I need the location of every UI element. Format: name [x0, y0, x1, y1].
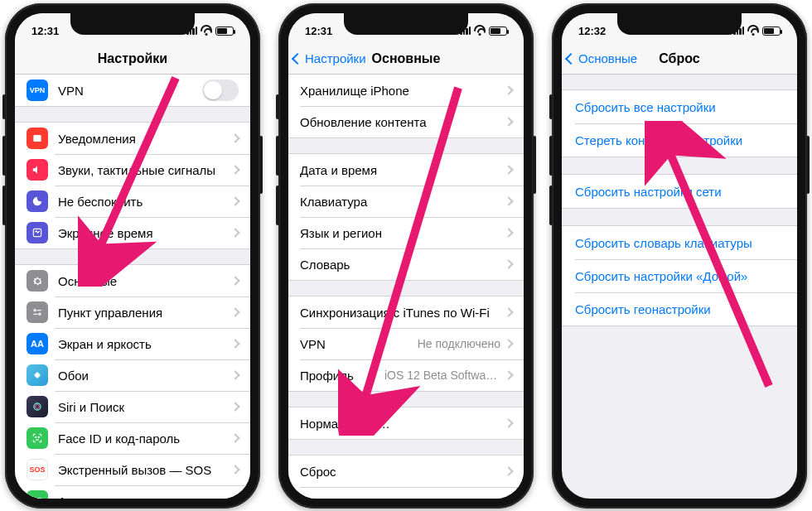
chevron-right-icon — [504, 418, 513, 427]
chevron-right-icon — [230, 165, 239, 174]
page-title: Основные — [372, 51, 441, 66]
row-language[interactable]: Язык и регион — [288, 217, 524, 248]
svg-point-12 — [36, 405, 40, 409]
sos-icon: SOS — [27, 459, 48, 480]
row-label: Клавиатура — [300, 195, 505, 209]
row-display[interactable]: AA Экран и яркость — [15, 328, 250, 359]
row-reset-all-settings[interactable]: Сбросить все настройки — [562, 90, 797, 123]
row-wallpaper[interactable]: Обои — [15, 359, 250, 391]
chevron-right-icon — [230, 228, 239, 237]
chevron-right-icon — [504, 165, 513, 174]
row-label: Сбросить все настройки — [575, 100, 716, 114]
row-siri[interactable]: Siri и Поиск — [15, 391, 250, 422]
phone-frame-3: 12:32 Основные Сброс Сбросить все настро… — [552, 3, 807, 509]
row-shutdown[interactable]: Выключить — [288, 487, 524, 499]
battery-icon — [489, 27, 507, 36]
row-sos[interactable]: SOS Экстренный вызов — SOS — [15, 454, 250, 485]
row-label: Сбросить настройки сети — [575, 185, 722, 199]
row-label: Звуки, тактильные сигналы — [58, 163, 232, 177]
general-list[interactable]: Хранилище iPhone Обновление контента Дат… — [288, 75, 524, 499]
group-reset: Сброс Выключить — [288, 455, 524, 499]
row-itunes-sync[interactable]: Синхронизация с iTunes по Wi-Fi — [288, 296, 524, 328]
row-screentime[interactable]: Экранное время — [15, 217, 250, 248]
row-control-center[interactable]: Пункт управления — [15, 296, 250, 328]
group-notifications: Уведомления Звуки, тактильные сигналы Не… — [15, 122, 250, 249]
row-regulatory[interactable]: Нормативная… — [288, 407, 524, 439]
side-button — [259, 136, 263, 194]
sounds-icon — [27, 159, 48, 181]
svg-point-11 — [34, 403, 41, 410]
row-label: Экран и яркость — [58, 337, 232, 351]
row-label: Аккумулятор — [58, 494, 232, 499]
row-dictionary[interactable]: Словарь — [288, 248, 524, 280]
row-label: Уведомления — [58, 132, 232, 146]
row-label: Экранное время — [58, 226, 232, 240]
row-label: Основные — [58, 274, 232, 288]
navbar: Настройки Основные — [288, 43, 524, 75]
row-profile[interactable]: Профиль iOS 12 Beta Software Profile — [288, 359, 524, 391]
row-label: VPN — [300, 337, 418, 351]
side-button — [2, 94, 6, 119]
svg-point-4 — [39, 313, 41, 315]
row-reset-network[interactable]: Сбросить настройки сети — [562, 175, 797, 208]
svg-point-13 — [36, 436, 36, 437]
row-label: Профиль — [300, 369, 384, 383]
row-reset[interactable]: Сброс — [288, 456, 524, 487]
notifications-icon — [27, 128, 48, 149]
row-dnd[interactable]: Не беспокоить — [15, 186, 250, 217]
chevron-right-icon — [230, 496, 239, 499]
row-reset-location[interactable]: Сбросить геонастройки — [562, 292, 797, 325]
row-label: Язык и регион — [300, 226, 505, 240]
reset-list[interactable]: Сбросить все настройки Стереть контент и… — [562, 75, 797, 499]
notch — [344, 13, 468, 35]
back-button[interactable]: Настройки — [293, 43, 366, 74]
row-vpn[interactable]: VPN Не подключено — [288, 328, 524, 359]
row-label: Хранилище iPhone — [300, 84, 505, 98]
group-datetime: Дата и время Клавиатура Язык и регион Сл… — [288, 153, 524, 281]
row-datetime[interactable]: Дата и время — [288, 154, 524, 186]
row-vpn[interactable]: VPN VPN — [15, 75, 250, 106]
row-keyboard[interactable]: Клавиатура — [288, 186, 524, 217]
row-label: Обновление контента — [300, 115, 505, 129]
side-button — [276, 186, 279, 225]
screentime-icon — [27, 222, 48, 243]
status-time: 12:32 — [578, 25, 606, 37]
svg-point-8 — [36, 377, 38, 378]
screen-2: 12:31 Настройки Основные Хранилище iPhon… — [288, 13, 524, 499]
row-label: VPN — [58, 84, 202, 98]
row-reset-keyboard-dict[interactable]: Сбросить словарь клавиатуры — [562, 226, 797, 259]
gear-icon — [27, 270, 48, 292]
wallpaper-icon — [27, 364, 48, 386]
chevron-right-icon — [504, 339, 513, 348]
status-time: 12:31 — [31, 25, 59, 37]
row-faceid[interactable]: Face ID и код-пароль — [15, 422, 250, 454]
siri-icon — [27, 396, 48, 417]
svg-rect-15 — [31, 498, 41, 499]
notch — [70, 13, 195, 35]
page-title: Настройки — [98, 51, 167, 66]
battery-icon — [215, 27, 234, 36]
row-reset-home[interactable]: Сбросить настройки «Домой» — [562, 259, 797, 292]
side-button — [549, 186, 553, 225]
row-background[interactable]: Обновление контента — [288, 106, 524, 137]
row-notifications[interactable]: Уведомления — [15, 123, 250, 154]
row-general[interactable]: Основные — [15, 265, 250, 296]
chevron-right-icon — [504, 466, 513, 475]
row-battery[interactable]: Аккумулятор — [15, 485, 250, 499]
vpn-toggle[interactable] — [202, 80, 239, 101]
svg-point-14 — [38, 436, 39, 437]
row-label: Дата и время — [300, 163, 505, 177]
chevron-right-icon — [230, 133, 239, 142]
row-sounds[interactable]: Звуки, тактильные сигналы — [15, 154, 250, 186]
row-storage[interactable]: Хранилище iPhone — [288, 75, 524, 106]
back-button[interactable]: Основные — [567, 43, 637, 74]
chevron-right-icon — [230, 402, 239, 411]
row-label: Стереть контент и настройки — [575, 133, 742, 147]
phone-frame-2: 12:31 Настройки Основные Хранилище iPhon… — [278, 3, 534, 509]
settings-list[interactable]: VPN VPN Уведомления Звуки, — [15, 75, 250, 499]
chevron-right-icon — [230, 196, 239, 205]
row-erase-content[interactable]: Стереть контент и настройки — [562, 123, 797, 157]
navbar: Основные Сброс — [562, 43, 797, 75]
battery-icon — [762, 27, 781, 36]
status-time: 12:31 — [305, 25, 332, 37]
